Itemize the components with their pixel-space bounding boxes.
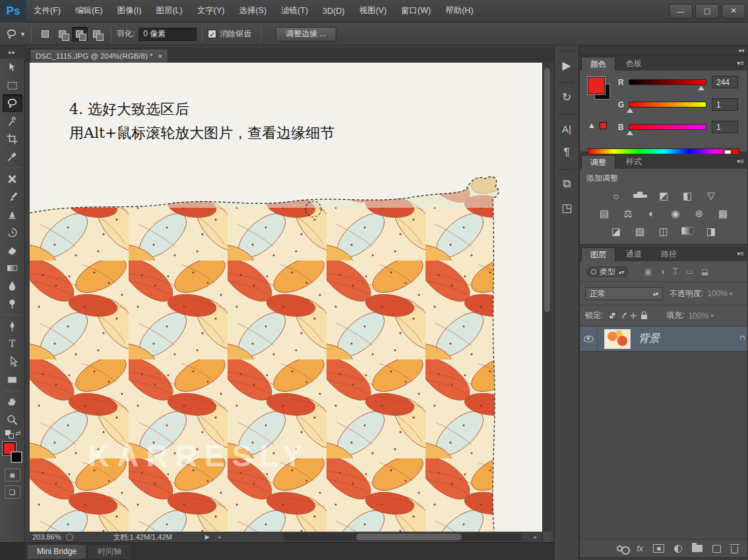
red-slider-thumb[interactable]: [698, 86, 704, 90]
character-panel-icon[interactable]: A|: [555, 117, 578, 140]
selection-mode-add-button[interactable]: [55, 27, 71, 42]
panel-menu-icon[interactable]: ▾≡: [737, 59, 744, 67]
channel-mixer-icon[interactable]: ⊛: [692, 208, 706, 220]
rectangular-marquee-tool[interactable]: [3, 77, 22, 94]
filter-type-layers-icon[interactable]: T: [673, 267, 678, 276]
hue-saturation-icon[interactable]: ▤: [597, 208, 611, 220]
collapse-panels-icon[interactable]: ◂◂: [738, 47, 744, 53]
lock-all-icon[interactable]: [639, 311, 649, 321]
tab-layers[interactable]: 图层: [581, 247, 615, 261]
invert-icon[interactable]: ◪: [609, 226, 623, 237]
vibrance-icon[interactable]: ▽: [704, 190, 718, 202]
clone-source-panel-icon[interactable]: ⧉: [555, 172, 578, 196]
gamut-warning-icon[interactable]: ▲: [588, 121, 596, 130]
photo-filter-icon[interactable]: ◉: [668, 208, 683, 220]
filter-adjustment-layers-icon[interactable]: ◑: [660, 267, 664, 276]
minimize-button[interactable]: —: [669, 4, 693, 18]
lasso-tool[interactable]: [3, 94, 22, 112]
color-lookup-icon[interactable]: ▦: [716, 208, 730, 220]
panel-foreground-swatch[interactable]: [588, 77, 605, 94]
blue-slider-thumb[interactable]: [627, 131, 633, 135]
tab-paths[interactable]: 路径: [652, 247, 685, 261]
eyedropper-tool[interactable]: [3, 148, 22, 166]
new-adjustment-layer-icon[interactable]: [674, 545, 682, 553]
green-slider[interactable]: [629, 102, 706, 108]
gradient-tool[interactable]: [3, 259, 22, 277]
delete-layer-icon[interactable]: [731, 544, 738, 553]
hand-tool[interactable]: [3, 393, 22, 411]
menu-item-select[interactable]: 选择(S): [232, 0, 274, 22]
tools-collapse-icon[interactable]: ▸▸: [0, 46, 25, 59]
selective-color-icon[interactable]: ◨: [704, 226, 718, 237]
selection-mode-intersect-button[interactable]: [89, 27, 105, 42]
lock-position-icon[interactable]: ✛: [628, 311, 639, 321]
tab-timeline[interactable]: 时间轴: [88, 545, 131, 559]
menu-item-image[interactable]: 图像(I): [110, 0, 149, 22]
tab-close-icon[interactable]: ×: [158, 52, 162, 60]
posterize-icon[interactable]: ▨: [633, 226, 647, 237]
filter-shape-layers-icon[interactable]: ▭: [686, 267, 693, 276]
opacity-value[interactable]: 100%: [707, 289, 728, 298]
eraser-tool[interactable]: [3, 241, 22, 259]
fill-value[interactable]: 100%: [689, 311, 709, 321]
levels-icon[interactable]: ▄▆▃: [633, 190, 647, 202]
default-swap-colors[interactable]: ⇄: [4, 430, 21, 439]
new-group-icon[interactable]: [692, 545, 702, 552]
canvas[interactable]: KARRESLY 4. 选好大致选区后 用Alt+鼠标滚轮放大图片，查看边缘细节: [30, 63, 542, 532]
menu-item-view[interactable]: 视图(V): [352, 0, 394, 22]
menu-item-edit[interactable]: 编辑(E): [68, 0, 110, 22]
menu-item-type[interactable]: 文字(Y): [190, 0, 232, 22]
menu-item-window[interactable]: 窗口(W): [394, 0, 438, 22]
document-tab[interactable]: DSC_1115.JPG @ 204%(RGB/8) * ×: [30, 49, 168, 63]
horizontal-scrollbar[interactable]: [284, 533, 521, 541]
menu-item-layer[interactable]: 图层(L): [148, 0, 189, 22]
close-button[interactable]: ✕: [722, 4, 745, 18]
green-slider-thumb[interactable]: [627, 108, 633, 113]
layer-style-fx-icon[interactable]: fx: [637, 544, 643, 553]
brightness-contrast-icon[interactable]: ☼: [609, 190, 623, 202]
visibility-toggle[interactable]: [580, 336, 597, 342]
selection-mode-subtract-button[interactable]: [72, 27, 88, 42]
menu-item-help[interactable]: 帮助(H): [438, 0, 480, 22]
panel-menu-icon[interactable]: ▾≡: [737, 158, 744, 165]
paragraph-panel-icon[interactable]: ¶: [555, 140, 578, 164]
screen-mode-button[interactable]: ❏: [5, 485, 20, 499]
zoom-level[interactable]: 203.86%: [32, 533, 61, 541]
history-panel-icon[interactable]: ↻: [555, 85, 578, 109]
new-layer-icon[interactable]: [712, 545, 721, 553]
menu-item-file[interactable]: 文件(F): [26, 0, 68, 22]
type-tool[interactable]: [3, 335, 22, 353]
zoom-tool[interactable]: [3, 411, 22, 429]
tab-swatches[interactable]: 色板: [617, 57, 650, 71]
menu-item-3d[interactable]: 3D(D): [315, 0, 352, 22]
status-popup-icon[interactable]: ▶: [205, 534, 210, 540]
panel-menu-icon[interactable]: ▾≡: [737, 250, 744, 257]
red-value-input[interactable]: 244: [712, 76, 738, 88]
red-slider[interactable]: [629, 79, 706, 85]
quick-selection-tool[interactable]: [3, 112, 22, 130]
crop-tool[interactable]: [3, 130, 22, 148]
quick-mask-button[interactable]: ◙: [5, 468, 20, 482]
brush-tool[interactable]: [3, 188, 22, 206]
refine-edge-button[interactable]: 调整边缘 ...: [276, 27, 336, 42]
lock-transparency-icon[interactable]: [607, 311, 617, 321]
blue-slider[interactable]: [629, 124, 706, 130]
gamut-swatch[interactable]: [600, 122, 607, 129]
blue-value-input[interactable]: 1: [712, 121, 738, 133]
blend-mode-dropdown[interactable]: 正常 ▴▾: [585, 287, 663, 300]
blur-tool[interactable]: [3, 277, 22, 295]
horizontal-scrollbar-thumb[interactable]: [356, 534, 462, 540]
spot-healing-tool[interactable]: [3, 170, 22, 188]
actions-panel-icon[interactable]: ▶: [555, 53, 578, 77]
layer-filter-type-dropdown[interactable]: 类型 ▴▾: [585, 265, 630, 278]
color-balance-icon[interactable]: ⚖: [621, 208, 635, 220]
tab-styles[interactable]: 样式: [617, 155, 650, 169]
vertical-scrollbar-thumb[interactable]: [544, 68, 550, 312]
3d-panel-icon[interactable]: ◳: [555, 196, 578, 220]
scroll-left-icon[interactable]: ◂: [218, 534, 221, 540]
antialias-checkbox[interactable]: ✓: [208, 30, 216, 38]
black-white-icon[interactable]: ◐: [644, 208, 659, 220]
rectangle-tool[interactable]: [3, 371, 22, 389]
pen-tool[interactable]: [3, 317, 22, 335]
history-brush-tool[interactable]: [3, 224, 22, 241]
